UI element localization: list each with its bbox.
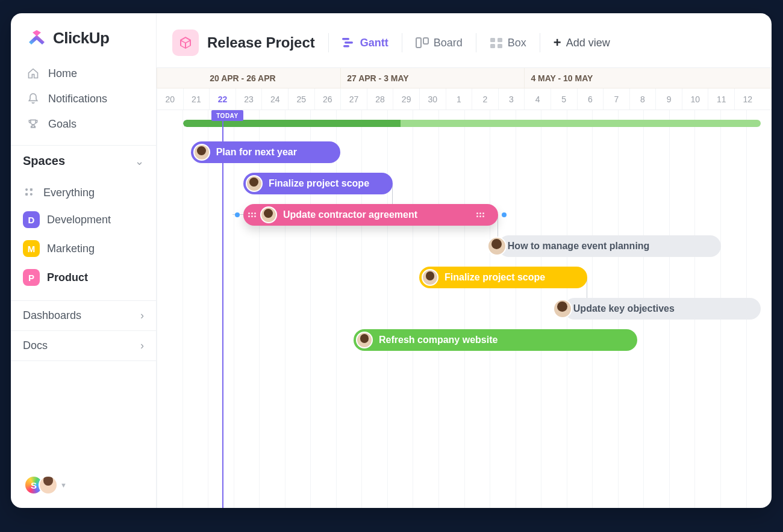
docs-section[interactable]: Docs › [11,330,156,361]
week-2: 4 MAY - 10 MAY [524,68,760,88]
day-row: 2021222324252627282930123456789101112 [157,88,772,110]
space-marketing-label: Marketing [47,243,95,255]
sidebar: ClickUp Home Notifications Goals [11,13,157,508]
assignee-avatar [356,332,373,348]
task-bar[interactable]: Finalize project scope [243,173,393,194]
task-bar[interactable]: Update key objectives [564,298,761,320]
day-cell: 28 [367,88,393,110]
chevron-right-icon: › [140,339,144,352]
day-cell: 25 [288,88,314,110]
svg-rect-4 [342,38,349,40]
space-badge-d: D [23,211,40,228]
dashboards-section[interactable]: Dashboards › [11,300,156,330]
space-marketing[interactable]: M Marketing [19,234,148,263]
svg-rect-1 [30,188,33,191]
day-cell: 2 [472,88,498,110]
svg-rect-11 [490,44,495,48]
user-menu[interactable]: S ▼ [11,462,156,508]
avatar-stack: S [24,475,58,495]
task-bar[interactable]: Update contractor agreement [243,204,498,226]
task-label: Update key objectives [573,303,675,314]
nav-notifications-label: Notifications [48,93,107,105]
home-icon [27,67,40,80]
day-cell: 12 [734,88,761,110]
space-development[interactable]: D Development [19,205,148,234]
space-badge-m: M [23,240,40,257]
svg-point-0 [25,188,28,191]
assignee-avatar [193,144,210,161]
spaces-title: Spaces [23,154,65,168]
space-product[interactable]: P Product [19,263,148,292]
task-label: Finalize project scope [269,178,369,189]
svg-rect-5 [345,42,353,44]
assignee-avatar [553,299,572,318]
progress-bar [183,120,761,127]
today-badge: TODAY [211,110,243,121]
task-bar[interactable]: Refresh company website [354,329,637,351]
logo[interactable]: ClickUp [11,13,156,58]
add-view-label: Add view [566,37,610,49]
svg-rect-10 [498,38,502,42]
day-cell: 4 [524,88,551,110]
main-panel: Release Project Gantt Board [157,13,772,508]
today-line [222,110,223,508]
timeline-header: 20 APR - 26 APR 27 APR - 3 MAY 4 MAY - 1… [157,67,772,110]
caret-down-icon: ▼ [60,481,67,489]
board-icon [416,37,429,48]
view-tab-board[interactable]: Board [416,37,463,49]
box-icon [490,37,503,48]
dependency-handle[interactable] [502,212,507,217]
day-cell: 3 [498,88,525,110]
nav-home[interactable]: Home [19,61,150,86]
primary-nav: Home Notifications Goals [11,58,156,145]
task-label: Finalize project scope [445,272,545,283]
day-cell: 8 [629,88,656,110]
gantt-canvas[interactable]: Plan for next yearFinalize project scope… [157,110,772,508]
space-everything[interactable]: Everything [19,180,148,205]
task-bar[interactable]: Plan for next year [191,141,341,163]
box-label: Box [508,37,526,49]
project-title: Release Project [207,34,315,51]
day-cell: 7 [603,88,629,110]
spaces-header[interactable]: Spaces ⌄ [11,145,156,176]
assignee-avatar [487,237,507,256]
day-cell: 9 [655,88,682,110]
task-bar[interactable]: How to manage event planning [498,235,722,257]
svg-rect-2 [25,193,28,196]
day-cell: 6 [577,88,604,110]
task-label: Refresh company website [379,335,498,345]
cube-icon [172,29,199,56]
view-tab-gantt[interactable]: Gantt [342,37,388,49]
space-badge-p: P [23,269,40,286]
topbar: Release Project Gantt Board [157,13,772,67]
space-dev-label: Development [47,214,111,226]
docs-label: Docs [23,339,48,352]
nav-notifications[interactable]: Notifications [19,86,150,111]
day-cell: 26 [314,88,341,110]
svg-rect-6 [343,45,349,48]
progress-remaining [401,120,760,127]
task-bar[interactable]: Finalize project scope [419,267,587,288]
svg-rect-8 [423,38,428,44]
nav-goals[interactable]: Goals [19,111,150,137]
project-chip[interactable]: Release Project [172,29,315,56]
svg-point-3 [30,193,33,196]
chevron-right-icon: › [140,309,144,322]
svg-rect-9 [490,38,495,42]
day-cell: 24 [261,88,288,110]
space-product-label: Product [47,271,88,284]
dashboards-label: Dashboards [23,309,81,322]
nav-goals-label: Goals [48,118,76,131]
view-tab-box[interactable]: Box [490,37,526,49]
day-cell: 27 [340,88,367,110]
svg-rect-7 [416,38,421,48]
assignee-avatar [260,206,277,223]
bell-icon [27,92,40,105]
dependency-handle[interactable] [235,212,240,217]
week-row: 20 APR - 26 APR 27 APR - 3 MAY 4 MAY - 1… [157,68,772,88]
day-cell: 5 [551,88,577,110]
add-view-button[interactable]: + Add view [554,36,610,49]
gantt-label: Gantt [360,37,388,49]
day-cell: 21 [183,88,210,110]
day-cell: 29 [393,88,419,110]
